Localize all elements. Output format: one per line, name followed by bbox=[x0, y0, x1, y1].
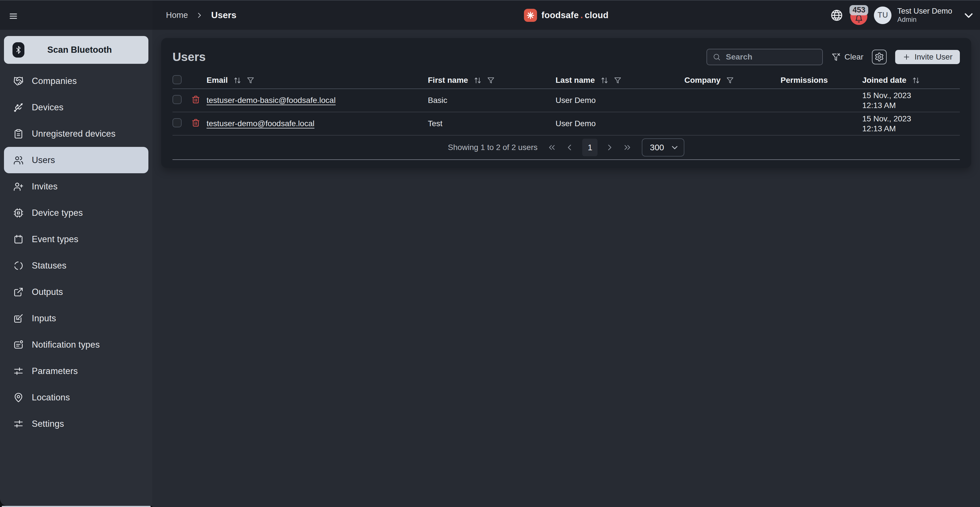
page-title: Users bbox=[172, 50, 206, 64]
row-checkbox[interactable] bbox=[172, 95, 181, 104]
column-header-company: Company bbox=[684, 76, 781, 85]
users-table: Email First name Last name Company P bbox=[161, 72, 971, 135]
filter-icon[interactable] bbox=[487, 76, 495, 84]
column-label: Joined date bbox=[862, 76, 907, 85]
breadcrumb: Home Users bbox=[166, 0, 236, 30]
table-row: testuser-demo@foodsafe.local Test User D… bbox=[172, 112, 960, 135]
last-page-button[interactable] bbox=[622, 142, 633, 153]
sort-icon[interactable] bbox=[601, 76, 608, 84]
last-name-cell: User Demo bbox=[555, 96, 684, 105]
sliders-icon bbox=[13, 418, 24, 429]
sidebar-item-notification-types[interactable]: Notification types bbox=[4, 332, 148, 358]
sliders-icon bbox=[13, 366, 24, 377]
sidebar-items: Companies Devices Unregistered devices U… bbox=[4, 68, 148, 437]
first-page-button[interactable] bbox=[547, 142, 557, 153]
sidebar-item-device-types[interactable]: Device types bbox=[4, 200, 148, 226]
main-content: Users Clear Invite User bbox=[152, 30, 980, 507]
notifications-button[interactable]: 453 bbox=[850, 5, 868, 25]
brand-logo[interactable]: foodsafe.cloud bbox=[524, 0, 609, 30]
sidebar-item-invites[interactable]: Invites bbox=[4, 173, 148, 200]
delete-user-button[interactable] bbox=[191, 118, 201, 127]
next-page-button[interactable] bbox=[605, 142, 615, 153]
sidebar-item-locations[interactable]: Locations bbox=[4, 384, 148, 411]
sidebar-item-label: Inputs bbox=[32, 313, 56, 324]
sidebar-item-label: Statuses bbox=[32, 261, 67, 271]
sidebar-item-label: Locations bbox=[32, 393, 70, 403]
page-size-select[interactable]: 300 bbox=[642, 138, 684, 157]
filter-icon[interactable] bbox=[726, 76, 734, 84]
sidebar-item-users[interactable]: Users bbox=[4, 147, 148, 173]
app-root: Scan Bluetooth Companies Devices Unregis… bbox=[0, 0, 980, 507]
first-name-cell: Test bbox=[428, 119, 555, 128]
sidebar-item-statuses[interactable]: Statuses bbox=[4, 253, 148, 279]
breadcrumb-home-link[interactable]: Home bbox=[166, 11, 188, 20]
invite-user-label: Invite User bbox=[915, 52, 953, 62]
invite-user-button[interactable]: Invite User bbox=[895, 50, 960, 64]
avatar[interactable]: TU bbox=[874, 6, 891, 24]
user-email-link[interactable]: testuser-demo@foodsafe.local bbox=[207, 119, 314, 128]
calendar-icon bbox=[13, 234, 24, 245]
sidebar: Scan Bluetooth Companies Devices Unregis… bbox=[0, 0, 152, 507]
sidebar-item-companies[interactable]: Companies bbox=[4, 68, 148, 94]
topbar: Home Users foodsafe.cloud 453 TU Test Us… bbox=[152, 0, 980, 30]
sort-icon[interactable] bbox=[234, 76, 241, 84]
sidebar-item-label: Notification types bbox=[32, 340, 100, 350]
sidebar-item-label: Settings bbox=[32, 419, 64, 429]
search-input[interactable] bbox=[726, 52, 816, 62]
search-box bbox=[706, 49, 823, 65]
sidebar-item-label: Unregistered devices bbox=[32, 129, 116, 139]
filter-icon[interactable] bbox=[614, 76, 621, 84]
language-button[interactable] bbox=[830, 8, 844, 22]
scan-bluetooth-label: Scan Bluetooth bbox=[24, 45, 135, 55]
cpu-icon bbox=[13, 208, 24, 218]
chevron-right-icon bbox=[195, 11, 204, 19]
sidebar-item-unregistered-devices[interactable]: Unregistered devices bbox=[4, 121, 148, 147]
bluetooth-icon bbox=[13, 42, 24, 57]
user-name: Test User Demo bbox=[897, 7, 952, 16]
sidebar-item-settings[interactable]: Settings bbox=[4, 411, 148, 437]
filter-icon[interactable] bbox=[247, 76, 254, 84]
user-email-link[interactable]: testuser-demo-basic@foodsafe.local bbox=[207, 96, 336, 105]
page-size-value: 300 bbox=[650, 143, 664, 152]
sidebar-item-inputs[interactable]: Inputs bbox=[4, 305, 148, 332]
select-all-checkbox[interactable] bbox=[172, 75, 181, 84]
sidebar-item-event-types[interactable]: Event types bbox=[4, 226, 148, 253]
sidebar-item-outputs[interactable]: Outputs bbox=[4, 279, 148, 305]
sidebar-item-parameters[interactable]: Parameters bbox=[4, 358, 148, 384]
logo-text: foodsafe.cloud bbox=[541, 10, 609, 21]
logo-asterisk-icon bbox=[524, 9, 537, 22]
sort-icon[interactable] bbox=[474, 76, 482, 84]
sidebar-item-devices[interactable]: Devices bbox=[4, 94, 148, 121]
chevrons-right-icon bbox=[622, 143, 633, 152]
column-label: Last name bbox=[555, 76, 595, 85]
search-icon bbox=[713, 53, 721, 61]
menu-toggle-button[interactable] bbox=[8, 11, 22, 20]
column-label: First name bbox=[428, 76, 468, 85]
circle-dashed-icon bbox=[13, 260, 24, 271]
delete-user-button[interactable] bbox=[191, 95, 201, 104]
column-label: Email bbox=[207, 76, 228, 85]
sidebar-item-label: Users bbox=[32, 155, 55, 165]
sidebar-item-label: Parameters bbox=[32, 366, 78, 376]
column-label: Company bbox=[684, 76, 721, 85]
row-checkbox[interactable] bbox=[172, 118, 181, 127]
previous-page-button[interactable] bbox=[565, 142, 575, 153]
sidebar-scrollbar[interactable] bbox=[2, 506, 151, 507]
column-header-first-name: First name bbox=[428, 76, 555, 85]
import-icon bbox=[13, 313, 24, 324]
joined-date-cell: 15 Nov., 2023 12:13 AM bbox=[862, 114, 960, 134]
sort-icon[interactable] bbox=[912, 76, 920, 84]
users-icon bbox=[13, 155, 24, 165]
user-menu-button[interactable] bbox=[963, 10, 975, 21]
user-plus-icon bbox=[13, 181, 24, 192]
current-page-button[interactable]: 1 bbox=[582, 139, 598, 156]
table-settings-button[interactable] bbox=[872, 49, 887, 64]
scan-bluetooth-button[interactable]: Scan Bluetooth bbox=[4, 36, 148, 64]
map-pin-icon bbox=[13, 392, 24, 403]
panel-footer-divider bbox=[172, 159, 960, 168]
plus-icon bbox=[902, 53, 910, 61]
sidebar-item-label: Invites bbox=[32, 181, 57, 192]
pagination: Showing 1 to 2 of 2 users 1 300 bbox=[161, 135, 971, 159]
clear-filters-button[interactable]: Clear bbox=[831, 52, 863, 62]
logo-separator: . bbox=[581, 10, 583, 20]
